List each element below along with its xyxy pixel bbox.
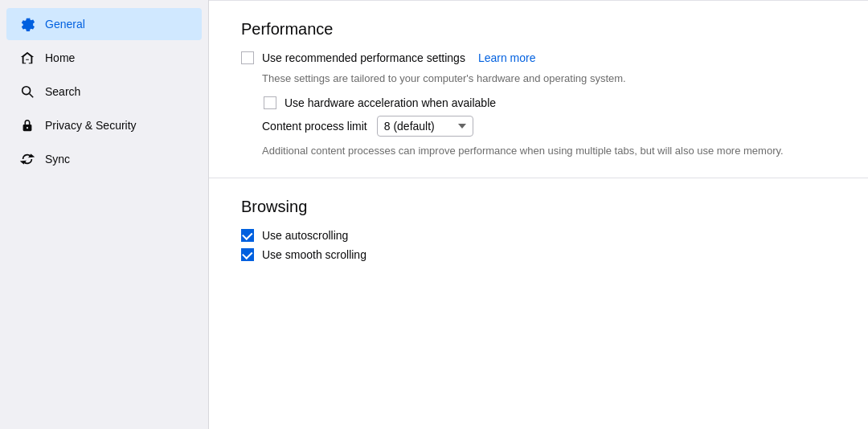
- content-process-select[interactable]: 8 (default): [377, 116, 473, 137]
- gear-icon: [19, 16, 35, 32]
- sidebar-item-general-label: General: [45, 18, 85, 31]
- sidebar-item-sync[interactable]: Sync: [6, 143, 202, 175]
- svg-point-3: [27, 127, 28, 129]
- hardware-accel-checkbox[interactable]: [264, 96, 276, 109]
- svg-marker-5: [22, 161, 26, 164]
- sidebar-item-privacy[interactable]: Privacy & Security: [6, 109, 202, 141]
- sidebar-item-home-label: Home: [45, 51, 75, 64]
- autoscrolling-label: Use autoscrolling: [262, 229, 348, 242]
- hardware-accel-label: Use hardware acceleration when available: [285, 96, 496, 109]
- smooth-scrolling-checkbox[interactable]: [241, 248, 254, 261]
- lock-icon: [19, 117, 35, 133]
- search-icon: [19, 84, 35, 100]
- autoscrolling-row: Use autoscrolling: [241, 229, 836, 242]
- recommended-checkbox-container[interactable]: Use recommended performance settings: [241, 51, 465, 64]
- sidebar-item-home[interactable]: Home: [6, 42, 202, 74]
- main-content: Performance Use recommended performance …: [209, 0, 868, 429]
- svg-marker-4: [30, 155, 34, 157]
- autoscrolling-container[interactable]: Use autoscrolling: [241, 229, 348, 242]
- content-process-description: Additional content processes can improve…: [262, 143, 836, 159]
- smooth-scrolling-label: Use smooth scrolling: [262, 248, 366, 261]
- performance-section: Performance Use recommended performance …: [209, 1, 868, 178]
- sidebar-item-privacy-label: Privacy & Security: [45, 119, 137, 132]
- autoscrolling-checkbox[interactable]: [241, 229, 254, 242]
- recommended-checkbox[interactable]: [241, 51, 254, 64]
- recommended-settings-row: Use recommended performance settings Lea…: [241, 51, 836, 64]
- browsing-section: Browsing Use autoscrolling Use smooth sc…: [209, 178, 868, 280]
- sidebar-item-search[interactable]: Search: [6, 76, 202, 108]
- sync-icon: [19, 151, 35, 167]
- learn-more-link[interactable]: Learn more: [478, 51, 536, 64]
- sidebar-item-sync-label: Sync: [45, 153, 70, 165]
- content-process-label: Content process limit: [262, 120, 367, 133]
- hardware-accel-row: Use hardware acceleration when available: [264, 96, 836, 109]
- sidebar: General Home Search Privacy & Se: [0, 0, 209, 429]
- content-process-row: Content process limit 8 (default): [262, 116, 836, 137]
- smooth-scrolling-container[interactable]: Use smooth scrolling: [241, 248, 366, 261]
- sidebar-item-general[interactable]: General: [6, 8, 202, 40]
- home-icon: [19, 50, 35, 66]
- svg-point-0: [23, 87, 31, 95]
- sidebar-item-search-label: Search: [45, 85, 80, 98]
- performance-title: Performance: [241, 20, 836, 39]
- recommended-description: These settings are tailored to your comp…: [262, 71, 825, 87]
- recommended-label: Use recommended performance settings: [262, 51, 465, 64]
- browsing-title: Browsing: [241, 198, 836, 216]
- hardware-accel-container[interactable]: Use hardware acceleration when available: [264, 96, 496, 109]
- smooth-scrolling-row: Use smooth scrolling: [241, 248, 836, 261]
- svg-line-1: [30, 94, 34, 98]
